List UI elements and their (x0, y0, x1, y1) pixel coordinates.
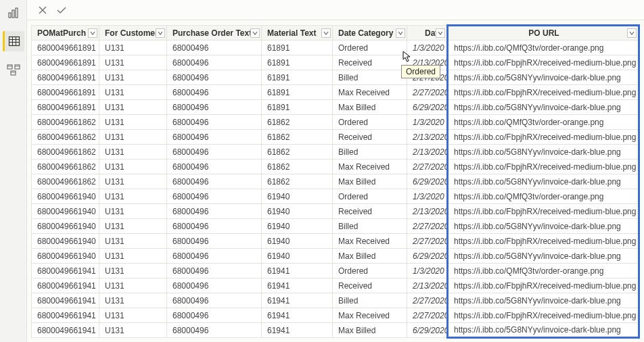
table-row[interactable]: 6800049661891U1316800049661891Max Receiv… (32, 85, 639, 100)
cell-mat: 61891 (262, 100, 333, 115)
cell-pot: 68000496 (167, 249, 262, 264)
cell-url: https://i.ibb.co/5G8NYyv/invoice-dark-bl… (448, 174, 639, 189)
table-row[interactable]: 6800049661891U1316800049661891Billed2/27… (32, 70, 639, 85)
cell-category: Received (333, 204, 407, 219)
cell-customer: U131 (99, 174, 167, 189)
cell-date: 1/3/2020 (407, 41, 448, 55)
column-filter-icon[interactable] (88, 28, 97, 38)
table-row[interactable]: 6800049661862U1316800049661862Max Receiv… (32, 160, 639, 174)
table-row[interactable]: 6800049661940U1316800049661940Max Receiv… (32, 234, 639, 249)
column-filter-icon[interactable] (396, 28, 405, 38)
table-row[interactable]: 6800049661940U1316800049661940Max Billed… (32, 249, 639, 264)
cell-po: 6800049661862 (32, 174, 99, 189)
table-row[interactable]: 6800049661941U1316800049661941Billed2/27… (32, 293, 639, 308)
column-filter-icon[interactable] (627, 28, 637, 38)
model-view-button[interactable] (3, 59, 24, 80)
table-row[interactable]: 6800049661941U1316800049661941Max Receiv… (32, 308, 639, 323)
column-header[interactable]: Date (407, 26, 448, 41)
close-icon (38, 5, 47, 15)
commit-formula-button[interactable] (54, 3, 69, 18)
table-row[interactable]: 6800049661862U1316800049661862Max Billed… (32, 174, 639, 189)
svg-rect-0 (9, 13, 11, 18)
cell-url: https://i.ibb.co/FbpjhRX/received-medium… (448, 234, 639, 249)
report-view-button[interactable] (3, 3, 24, 23)
cell-category: Max Billed (333, 100, 407, 115)
data-grid[interactable]: POMatPurchFor CustomerPurchase Order Tex… (27, 20, 644, 342)
cancel-formula-button[interactable] (35, 3, 50, 18)
column-header[interactable]: PO URL (448, 26, 639, 41)
table-row[interactable]: 6800049661891U1316800049661891Max Billed… (32, 100, 639, 115)
cell-date: 2/27/2020 (407, 160, 448, 174)
cell-mat: 61940 (262, 234, 333, 249)
cell-pot: 68000496 (167, 189, 262, 204)
column-label: Date Category (338, 28, 393, 38)
cell-url: https://i.ibb.co/5G8NYyv/invoice-dark-bl… (448, 323, 639, 338)
check-icon (56, 5, 67, 15)
cell-customer: U131 (99, 41, 167, 55)
cell-customer: U131 (99, 115, 167, 130)
table-row[interactable]: 6800049661941U1316800049661941Ordered1/3… (32, 264, 639, 278)
cell-mat: 61941 (262, 293, 333, 308)
column-filter-icon[interactable] (156, 28, 165, 38)
cell-date: 6/29/2020 (407, 174, 448, 189)
cell-url: https://i.ibb.co/5G8NYyv/invoice-dark-bl… (448, 70, 639, 85)
table-row[interactable]: 6800049661862U1316800049661862Received2/… (32, 130, 639, 145)
cell-category: Max Received (333, 85, 407, 100)
cell-category: Max Billed (333, 174, 407, 189)
cell-pot: 68000496 (167, 160, 262, 174)
formula-input[interactable] (73, 3, 636, 17)
cell-pot: 68000496 (167, 145, 262, 160)
cell-date: 2/27/2020 (407, 70, 448, 85)
cell-date: 2/27/2020 (407, 219, 448, 234)
column-filter-icon[interactable] (321, 28, 331, 38)
column-filter-icon[interactable] (436, 28, 445, 38)
cell-pot: 68000496 (167, 204, 262, 219)
cell-category: Ordered (333, 189, 407, 204)
cell-mat: 61891 (262, 70, 333, 85)
table-row[interactable]: 6800049661941U1316800049661941Received2/… (32, 278, 639, 293)
cell-pot: 68000496 (167, 219, 262, 234)
cell-customer: U131 (99, 219, 167, 234)
column-header[interactable]: For Customer (99, 26, 167, 41)
cell-po: 6800049661941 (32, 323, 99, 338)
svg-rect-1 (12, 10, 14, 18)
cell-url: https://i.ibb.co/FbpjhRX/received-medium… (448, 204, 639, 219)
cell-customer: U131 (99, 145, 167, 160)
cell-pot: 68000496 (167, 234, 262, 249)
cell-category: Max Received (333, 308, 407, 323)
cell-category: Max Billed (333, 323, 407, 338)
table-row[interactable]: 6800049661940U1316800049661940Ordered1/3… (32, 189, 639, 204)
cell-date: 2/13/2020 (407, 278, 448, 293)
table-row[interactable]: 6800049661940U1316800049661940Billed2/27… (32, 219, 639, 234)
cell-pot: 68000496 (167, 41, 262, 55)
column-header[interactable]: Purchase Order Text (167, 26, 262, 41)
column-header[interactable]: POMatPurch (32, 26, 99, 41)
cell-customer: U131 (99, 85, 167, 100)
cell-pot: 68000496 (167, 85, 262, 100)
cell-pot: 68000496 (167, 278, 262, 293)
cell-mat: 61940 (262, 249, 333, 264)
cell-mat: 61941 (262, 278, 333, 293)
table-row[interactable]: 6800049661862U1316800049661862Ordered1/3… (32, 115, 639, 130)
cell-po: 6800049661941 (32, 278, 99, 293)
table-row[interactable]: 6800049661891U1316800049661891Received2/… (32, 55, 639, 70)
cell-po: 6800049661941 (32, 308, 99, 323)
column-header[interactable]: Material Text (262, 26, 333, 41)
cell-customer: U131 (99, 55, 167, 70)
table-row[interactable]: 6800049661940U1316800049661940Received2/… (32, 204, 639, 219)
cell-mat: 61940 (262, 219, 333, 234)
table-row[interactable]: 6800049661862U1316800049661862Billed2/13… (32, 145, 639, 160)
cell-pot: 68000496 (167, 130, 262, 145)
svg-rect-3 (9, 37, 20, 46)
cell-category: Billed (333, 293, 407, 308)
cell-mat: 61862 (262, 160, 333, 174)
cell-date: 6/29/2020 (407, 100, 448, 115)
cell-customer: U131 (99, 323, 167, 338)
table-row[interactable]: 6800049661891U1316800049661891Ordered1/3… (32, 41, 639, 55)
data-view-button[interactable] (3, 31, 24, 51)
cell-date: 2/13/2020 (407, 55, 448, 70)
column-header[interactable]: Date Category (333, 26, 407, 41)
column-filter-icon[interactable] (250, 28, 260, 38)
cell-customer: U131 (99, 293, 167, 308)
table-row[interactable]: 6800049661941U1316800049661941Max Billed… (32, 323, 639, 338)
